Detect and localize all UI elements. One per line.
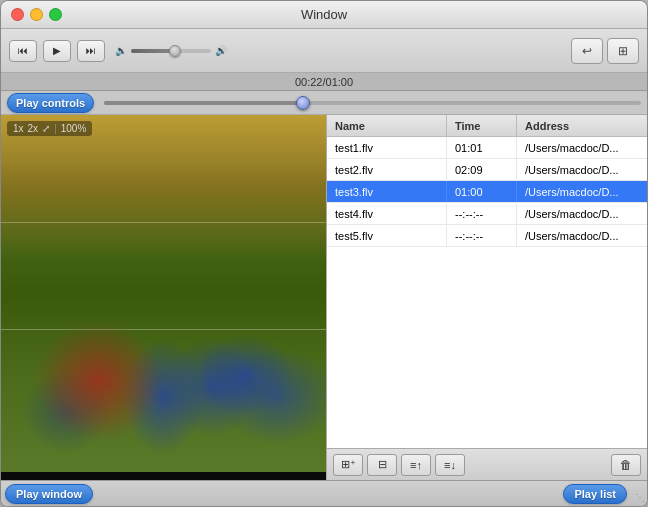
playlist-remove-icon: ⊟ [378,458,387,471]
col-header-name: Name [327,115,447,136]
playlist-move-up-icon: ≡↑ [410,459,422,471]
playlist-cell-name: test2.flv [327,159,447,180]
playlist-item[interactable]: test2.flv02:09/Users/macdoc/D... [327,159,647,181]
playlist-item[interactable]: test5.flv--:--:--/Users/macdoc/D... [327,225,647,247]
playlist-trash-button[interactable]: 🗑 [611,454,641,476]
loop-icon: ↩ [582,44,592,58]
resize-grip: ⋱ [633,492,645,504]
zoom-separator: | [54,123,57,134]
playlist-cell-time: --:--:-- [447,203,517,224]
loop-button[interactable]: ↩ [571,38,603,64]
grid-button[interactable]: ⊞ [607,38,639,64]
playlist-item[interactable]: test4.flv--:--:--/Users/macdoc/D... [327,203,647,225]
video-zoom-controls: 1x 2x ⤢ | 100% [7,121,92,136]
rewind-icon: ⏮ [18,45,28,56]
playlist-cell-name: test5.flv [327,225,447,246]
playlist-item[interactable]: test1.flv01:01/Users/macdoc/D... [327,137,647,159]
seek-thumb[interactable] [296,96,310,110]
rewind-button[interactable]: ⏮ [9,40,37,62]
time-display: 00:22/01:00 [295,76,353,88]
trash-icon: 🗑 [620,458,632,472]
window-title: Window [301,7,347,22]
playlist-move-down-button[interactable]: ≡↓ [435,454,465,476]
playlist-cell-time: --:--:-- [447,225,517,246]
zoom-percent: 100% [61,123,87,134]
seek-bar[interactable] [104,101,641,105]
zoom-fullscreen-button[interactable]: ⤢ [42,123,50,134]
playlist-cell-address: /Users/macdoc/D... [517,137,647,158]
playlist-cell-name: test1.flv [327,137,447,158]
players-overlay [1,169,326,472]
play-window-button[interactable]: Play window [5,484,93,504]
video-area: 1x 2x ⤢ | 100% [1,115,326,472]
playlist-add-above-icon: ⊞⁺ [341,458,356,471]
controls-strip: Play controls [1,91,647,115]
volume-slider[interactable] [131,49,211,53]
progress-strip: 00:22/01:00 [1,73,647,91]
forward-icon: ⏭ [86,45,96,56]
volume-high-icon: 🔊 [215,45,227,56]
main-content: 1x 2x ⤢ | 100% Name Time Address test1.f… [1,115,647,480]
play-icon: ▶ [53,45,61,56]
playlist-add-above-button[interactable]: ⊞⁺ [333,454,363,476]
playlist-cell-time: 01:01 [447,137,517,158]
toolbar-right-buttons: ↩ ⊞ [571,38,639,64]
maximize-button[interactable] [49,8,62,21]
playlist-cell-name: test3.flv [327,181,447,202]
zoom-1x-button[interactable]: 1x [13,123,24,134]
play-button[interactable]: ▶ [43,40,71,62]
minimize-button[interactable] [30,8,43,21]
playlist-toolbar: ⊞⁺ ⊟ ≡↑ ≡↓ 🗑 [327,448,647,480]
playlist-items: test1.flv01:01/Users/macdoc/D...test2.fl… [327,137,647,448]
playlist-item[interactable]: test3.flv01:00/Users/macdoc/D... [327,181,647,203]
playlist-remove-button[interactable]: ⊟ [367,454,397,476]
video-background [1,115,326,472]
seek-fill [104,101,303,105]
play-controls-button[interactable]: Play controls [7,93,94,113]
toolbar: ⏮ ▶ ⏭ 🔈 🔊 ↩ ⊞ [1,29,647,73]
col-header-address: Address [517,115,647,136]
playlist-cell-name: test4.flv [327,203,447,224]
playlist-cell-address: /Users/macdoc/D... [517,181,647,202]
grid-icon: ⊞ [618,44,628,58]
playlist-cell-address: /Users/macdoc/D... [517,225,647,246]
playlist-panel: Name Time Address test1.flv01:01/Users/m… [326,115,647,480]
playlist-cell-time: 02:09 [447,159,517,180]
play-list-button[interactable]: Play list [563,484,627,504]
video-bottom-bar [1,472,326,480]
volume-thumb[interactable] [169,45,181,57]
window: Window ⏮ ▶ ⏭ 🔈 🔊 ↩ ⊞ [0,0,648,507]
playlist-cell-time: 01:00 [447,181,517,202]
playlist-cell-address: /Users/macdoc/D... [517,159,647,180]
forward-button[interactable]: ⏭ [77,40,105,62]
playlist-header: Name Time Address [327,115,647,137]
zoom-2x-button[interactable]: 2x [28,123,39,134]
video-panel: 1x 2x ⤢ | 100% [1,115,326,480]
close-button[interactable] [11,8,24,21]
playlist-cell-address: /Users/macdoc/D... [517,203,647,224]
titlebar-buttons [11,8,62,21]
volume-low-icon: 🔈 [115,45,127,56]
playlist-move-down-icon: ≡↓ [444,459,456,471]
titlebar: Window [1,1,647,29]
col-header-time: Time [447,115,517,136]
playlist-move-up-button[interactable]: ≡↑ [401,454,431,476]
bottom-bar: Play window Play list ⋱ [1,480,647,506]
volume-control: 🔈 🔊 [115,45,227,56]
